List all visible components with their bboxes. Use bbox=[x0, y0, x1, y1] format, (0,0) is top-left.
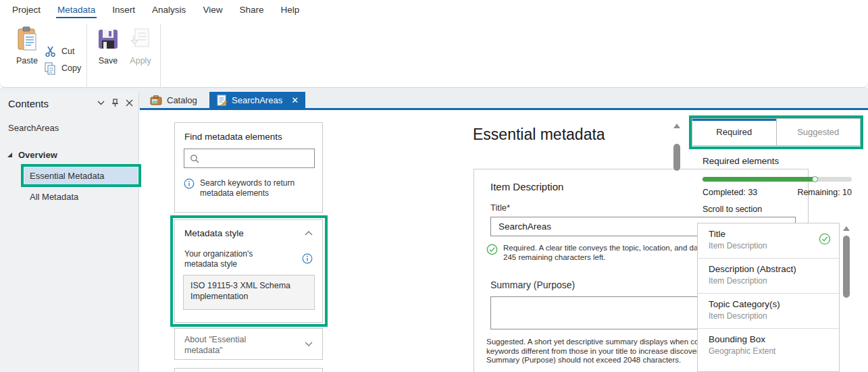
save-button[interactable]: Save bbox=[91, 24, 126, 65]
chevron-down-icon[interactable] bbox=[305, 342, 313, 346]
copy-button[interactable]: Copy bbox=[43, 61, 81, 76]
tree-node-overview[interactable]: Overview bbox=[7, 150, 57, 160]
info-icon bbox=[184, 178, 195, 189]
section-row-topic-category[interactable]: Topic Category(s) Item Description bbox=[698, 294, 839, 329]
scroll-up-icon[interactable] bbox=[843, 226, 850, 231]
pin-icon[interactable] bbox=[111, 99, 119, 107]
tab-catalog[interactable]: Catalog bbox=[143, 92, 204, 109]
section-list: Title Item Description Description (Abst… bbox=[697, 223, 840, 372]
menu-insert[interactable]: Insert bbox=[111, 2, 136, 18]
scrollbar-thumb[interactable] bbox=[673, 144, 680, 171]
title-field-label: Title* bbox=[490, 203, 510, 213]
chevron-down-icon[interactable] bbox=[97, 101, 105, 105]
apply-label: Apply bbox=[123, 56, 158, 65]
section-row-subtitle: Item Description bbox=[709, 311, 839, 321]
tree-node-essential-metadata-label: Essential Metadata bbox=[30, 171, 105, 181]
document-area: Find metadata elements Search keywords t… bbox=[140, 110, 868, 372]
check-circle-icon bbox=[819, 233, 831, 245]
tab-searchareas-label: SearchAreas bbox=[232, 95, 282, 105]
save-label: Save bbox=[91, 56, 126, 65]
required-elements-heading: Required elements bbox=[703, 156, 779, 166]
metadata-style-card: Metadata style Your organization's metad… bbox=[174, 219, 323, 323]
metadata-style-value: ISO 19115-3 XML Schema Implementation bbox=[183, 275, 315, 310]
paste-label: Paste bbox=[9, 56, 45, 65]
scrollbar-thumb[interactable] bbox=[843, 236, 850, 298]
ribbon: Paste Cut Copy bbox=[0, 20, 868, 88]
tab-required[interactable]: Required bbox=[692, 119, 777, 145]
scroll-to-section-label: Scroll to section bbox=[703, 205, 762, 214]
paste-button[interactable]: Paste bbox=[9, 24, 45, 65]
summary-field-label: Summary (Purpose) bbox=[490, 280, 575, 290]
partial-card bbox=[174, 368, 323, 372]
about-card-title: About "Essential metadata" bbox=[184, 334, 279, 356]
menu-bar: Project Metadata Insert Analysis View Sh… bbox=[0, 0, 868, 20]
close-icon[interactable] bbox=[126, 99, 133, 107]
ribbon-separator bbox=[160, 24, 161, 92]
tab-catalog-label: Catalog bbox=[167, 95, 197, 105]
about-card[interactable]: About "Essential metadata" bbox=[174, 328, 323, 360]
section-row-title-label: Description (Abstract) bbox=[709, 264, 839, 274]
section-row-title[interactable]: Title Item Description bbox=[698, 223, 839, 259]
remaining-count: Remaining: 10 bbox=[797, 188, 852, 197]
tree-node-overview-label: Overview bbox=[18, 150, 57, 160]
item-description-title: Item Description bbox=[490, 181, 563, 192]
tab-close-icon[interactable]: ✕ bbox=[291, 95, 299, 105]
menu-analysis[interactable]: Analysis bbox=[151, 2, 187, 18]
apply-button[interactable]: Apply bbox=[123, 24, 158, 65]
apply-icon bbox=[130, 28, 151, 51]
menu-metadata[interactable]: Metadata bbox=[56, 2, 97, 18]
find-metadata-title: Find metadata elements bbox=[184, 132, 282, 142]
metadata-search-input[interactable] bbox=[203, 154, 314, 163]
copy-icon bbox=[43, 61, 57, 75]
find-metadata-card: Find metadata elements Search keywords t… bbox=[174, 122, 323, 213]
chevron-up-icon[interactable] bbox=[305, 231, 313, 236]
menu-view[interactable]: View bbox=[201, 2, 224, 18]
arcgis-metadata-window: Project Metadata Insert Analysis View Sh… bbox=[0, 0, 868, 372]
scroll-up-icon[interactable] bbox=[673, 124, 680, 128]
section-row-subtitle: Geographic Extent bbox=[709, 346, 839, 356]
ribbon-separator bbox=[86, 24, 87, 92]
metadata-style-title: Metadata style bbox=[184, 228, 244, 238]
check-circle-icon bbox=[486, 244, 498, 255]
section-row-title-label: Bounding Box bbox=[709, 334, 839, 344]
section-row-title-label: Topic Category(s) bbox=[709, 299, 839, 309]
section-row-subtitle: Item Description bbox=[709, 276, 839, 286]
progress-bar bbox=[703, 177, 852, 182]
tree-expander-icon[interactable] bbox=[7, 152, 13, 158]
info-icon bbox=[302, 253, 313, 264]
section-list-scrollbar[interactable] bbox=[842, 224, 850, 372]
metadata-document-icon bbox=[216, 95, 227, 106]
main-scrollbar[interactable] bbox=[673, 120, 681, 372]
contents-item-name: SearchAreas bbox=[8, 123, 59, 133]
tree-node-all-metadata[interactable]: All Metadata bbox=[30, 190, 78, 203]
contents-panel: Contents SearchAreas Overview Essential … bbox=[0, 92, 139, 372]
menu-share[interactable]: Share bbox=[238, 2, 265, 18]
progress-fill bbox=[703, 177, 817, 182]
tree-node-essential-metadata[interactable]: Essential Metadata bbox=[24, 167, 138, 184]
save-icon bbox=[97, 28, 119, 50]
menu-help[interactable]: Help bbox=[279, 2, 301, 18]
catalog-icon bbox=[150, 95, 162, 105]
cut-icon bbox=[45, 45, 57, 57]
metadata-style-label: Your organization's metadata style bbox=[184, 249, 286, 269]
progress-dot bbox=[812, 176, 818, 182]
contents-panel-title: Contents bbox=[8, 98, 49, 109]
search-icon bbox=[190, 154, 199, 163]
completed-count: Completed: 33 bbox=[703, 188, 757, 197]
tree-node-all-metadata-label: All Metadata bbox=[30, 192, 78, 202]
tab-suggested[interactable]: Suggested bbox=[777, 119, 861, 145]
copy-label: Copy bbox=[61, 63, 81, 73]
search-hint-text: Search keywords to return metadata eleme… bbox=[200, 178, 301, 198]
section-row-description[interactable]: Description (Abstract) Item Description bbox=[698, 259, 839, 294]
cut-button[interactable]: Cut bbox=[45, 44, 74, 59]
metadata-search-box bbox=[184, 149, 315, 168]
page-title: Essential metadata bbox=[473, 126, 605, 144]
menu-project[interactable]: Project bbox=[11, 2, 42, 18]
cut-label: Cut bbox=[61, 47, 74, 56]
paste-icon bbox=[15, 26, 39, 53]
section-row-bounding-box[interactable]: Bounding Box Geographic Extent bbox=[698, 329, 839, 364]
tab-searchareas[interactable]: SearchAreas ✕ bbox=[209, 92, 305, 109]
right-panel-tabs: Required Suggested bbox=[692, 118, 861, 146]
